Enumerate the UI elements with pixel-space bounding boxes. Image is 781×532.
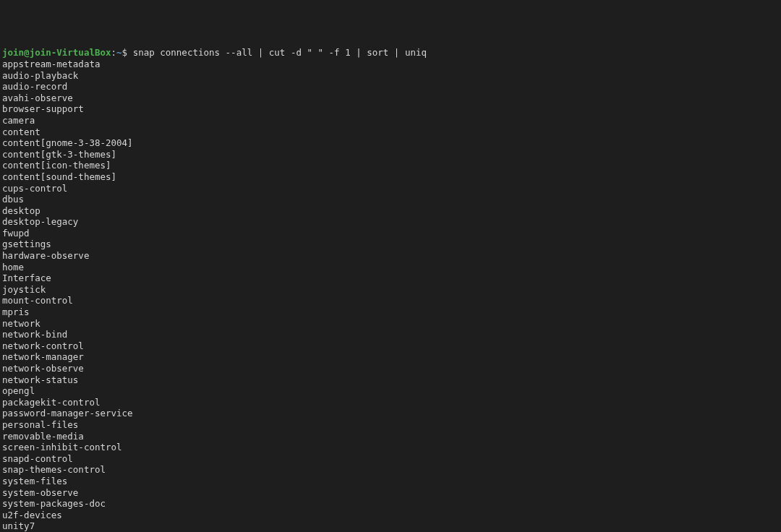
output-line: unity7 bbox=[2, 520, 779, 532]
output-line: content[gnome-3-38-2004] bbox=[2, 137, 779, 149]
command-text: snap connections --all | cut -d " " -f 1… bbox=[133, 47, 427, 58]
output-line: system-files bbox=[2, 476, 779, 487]
output-line: network bbox=[2, 318, 779, 330]
terminal[interactable]: join@join-VirtualBox:~$ snap connections… bbox=[2, 47, 779, 532]
output-line: desktop bbox=[2, 205, 779, 217]
prompt-colon: : bbox=[111, 47, 117, 58]
output-line: browser-support bbox=[2, 103, 779, 115]
prompt-line-1: join@join-VirtualBox:~$ snap connections… bbox=[2, 47, 779, 59]
output-line: opengl bbox=[2, 385, 779, 397]
output-line: content bbox=[2, 126, 779, 138]
prompt-dollar: $ bbox=[122, 47, 128, 58]
output-line: system-packages-doc bbox=[2, 498, 779, 510]
output-line: content[gtk-3-themes] bbox=[2, 149, 779, 160]
output-line: packagekit-control bbox=[2, 397, 779, 408]
output-line: content[sound-themes] bbox=[2, 171, 779, 183]
output-line: cups-control bbox=[2, 183, 779, 194]
prompt-user: join@join-VirtualBox bbox=[2, 47, 111, 58]
output-line: snapd-control bbox=[2, 453, 779, 465]
output-line: content[icon-themes] bbox=[2, 160, 779, 171]
output-line: mount-control bbox=[2, 295, 779, 306]
output-line: u2f-devices bbox=[2, 510, 779, 521]
output-line: hardware-observe bbox=[2, 250, 779, 262]
output-line: dbus bbox=[2, 194, 779, 205]
output-line: network-control bbox=[2, 340, 779, 352]
terminal-output: appstream-metadataaudio-playbackaudio-re… bbox=[2, 59, 779, 532]
output-line: mpris bbox=[2, 306, 779, 318]
output-line: network-manager bbox=[2, 351, 779, 363]
output-line: desktop-legacy bbox=[2, 216, 779, 228]
output-line: snap-themes-control bbox=[2, 464, 779, 476]
output-line: network-observe bbox=[2, 363, 779, 374]
output-line: audio-record bbox=[2, 81, 779, 93]
output-line: gsettings bbox=[2, 239, 779, 250]
output-line: appstream-metadata bbox=[2, 59, 779, 70]
output-line: fwupd bbox=[2, 228, 779, 239]
output-line: system-observe bbox=[2, 487, 779, 499]
output-line: removable-media bbox=[2, 431, 779, 442]
output-line: joystick bbox=[2, 284, 779, 296]
output-line: network-bind bbox=[2, 329, 779, 340]
output-line: home bbox=[2, 262, 779, 273]
output-line: network-status bbox=[2, 374, 779, 386]
output-line: personal-files bbox=[2, 419, 779, 431]
output-line: audio-playback bbox=[2, 70, 779, 82]
output-line: camera bbox=[2, 115, 779, 126]
output-line: password-manager-service bbox=[2, 408, 779, 419]
output-line: screen-inhibit-control bbox=[2, 442, 779, 453]
output-line: Interface bbox=[2, 273, 779, 284]
prompt-path: ~ bbox=[116, 47, 122, 58]
output-line: avahi-observe bbox=[2, 93, 779, 104]
